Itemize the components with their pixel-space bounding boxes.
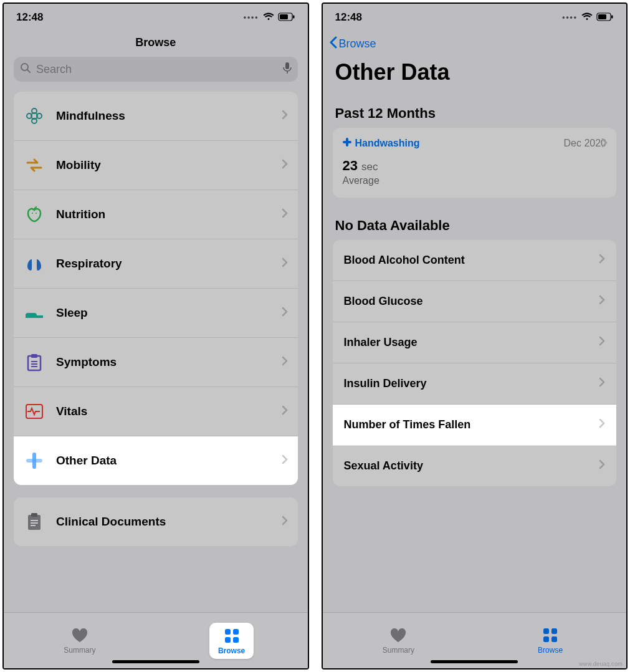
category-vitals[interactable]: Vitals	[14, 387, 298, 436]
svg-rect-1	[280, 14, 288, 19]
handwashing-avg: Average	[343, 175, 607, 186]
item-inhaler[interactable]: Inhaler Usage	[333, 322, 617, 363]
battery-icon	[278, 12, 295, 23]
svg-rect-36	[343, 141, 351, 143]
symptoms-icon	[24, 352, 45, 373]
category-respiratory[interactable]: Respiratory	[14, 239, 298, 289]
search-input[interactable]: Search	[14, 57, 298, 82]
clinical-label: Clinical Documents	[56, 515, 166, 529]
item-label: Insulin Delivery	[344, 377, 427, 390]
status-bar: 12:48 ••••	[4, 4, 308, 31]
item-sexual[interactable]: Sexual Activity	[333, 446, 617, 486]
grid-icon	[541, 627, 560, 643]
other-data-icon	[24, 450, 45, 471]
svg-point-13	[36, 213, 37, 214]
category-label: Respiratory	[56, 257, 122, 271]
status-time: 12:48	[335, 11, 362, 24]
item-label: Blood Glucose	[344, 295, 423, 308]
chevron-right-icon	[599, 418, 605, 431]
chevron-right-icon	[282, 306, 288, 320]
respiratory-icon	[24, 253, 45, 274]
category-label: Symptoms	[56, 355, 117, 369]
svg-point-12	[32, 213, 33, 214]
plus-icon	[343, 138, 351, 149]
nutrition-icon	[24, 204, 45, 225]
vitals-icon	[24, 401, 45, 422]
grid-icon	[222, 628, 241, 644]
tab-label: Summary	[383, 646, 414, 655]
svg-rect-14	[28, 356, 41, 370]
svg-rect-26	[31, 522, 38, 524]
handwashing-card[interactable]: Handwashing Dec 2020 23 sec Average	[333, 128, 617, 198]
chevron-right-icon	[282, 158, 288, 172]
page-title: Other Data	[323, 54, 627, 98]
clinical-list: Clinical Documents	[14, 497, 298, 546]
clinical-documents[interactable]: Clinical Documents	[14, 497, 298, 546]
dots-icon: ••••	[244, 13, 259, 22]
mic-icon[interactable]	[283, 62, 292, 77]
item-label: Blood Alcohol Content	[344, 254, 465, 267]
watermark: www.deuaq.com	[579, 661, 623, 667]
chevron-right-icon	[599, 336, 605, 349]
home-indicator[interactable]	[112, 660, 199, 663]
category-list: Mindfulness Mobility Nutrition Respirato…	[14, 92, 298, 485]
category-mindfulness[interactable]: Mindfulness	[14, 92, 298, 141]
clinical-icon	[24, 511, 45, 532]
chevron-right-icon	[282, 109, 288, 123]
chevron-right-icon	[282, 355, 288, 369]
chevron-right-icon	[601, 138, 608, 150]
category-mobility[interactable]: Mobility	[14, 141, 298, 190]
tab-label: Browse	[218, 646, 245, 655]
item-falls[interactable]: Number of Times Fallen	[333, 405, 617, 446]
svg-rect-34	[611, 15, 613, 18]
chevron-right-icon	[282, 515, 288, 529]
svg-rect-30	[225, 637, 231, 643]
chevron-right-icon	[282, 454, 288, 468]
wifi-icon	[581, 12, 593, 23]
item-insulin[interactable]: Insulin Delivery	[333, 363, 617, 405]
nodata-list: Blood Alcohol Content Blood Glucose Inha…	[333, 240, 617, 486]
category-label: Nutrition	[56, 208, 105, 221]
section-nodata: No Data Available	[323, 210, 627, 240]
category-nutrition[interactable]: Nutrition	[14, 190, 298, 239]
svg-rect-25	[31, 520, 38, 521]
sleep-icon	[24, 302, 45, 324]
svg-line-4	[27, 70, 30, 72]
status-right: ••••	[244, 12, 295, 23]
handwashing-value: 23 sec	[343, 158, 607, 174]
chevron-right-icon	[282, 257, 288, 271]
phone-left: 12:48 •••• Browse Search Mindfulness	[2, 2, 309, 670]
category-label: Vitals	[56, 405, 87, 418]
svg-rect-22	[32, 453, 36, 469]
back-button[interactable]: Browse	[323, 31, 627, 54]
chevron-right-icon	[599, 377, 605, 390]
wifi-icon	[263, 12, 274, 23]
svg-rect-29	[233, 629, 239, 635]
svg-rect-5	[285, 62, 289, 69]
handwashing-header: Handwashing Dec 2020	[343, 138, 607, 149]
item-label: Sexual Activity	[344, 459, 423, 473]
svg-rect-24	[31, 513, 37, 517]
category-sleep[interactable]: Sleep	[14, 289, 298, 338]
section-past: Past 12 Months	[323, 98, 627, 128]
svg-rect-33	[598, 14, 606, 19]
item-glucose[interactable]: Blood Glucose	[333, 281, 617, 322]
svg-rect-38	[551, 628, 557, 634]
search-icon	[20, 62, 31, 77]
status-right: ••••	[562, 12, 614, 23]
status-time: 12:48	[16, 11, 43, 24]
category-other-data[interactable]: Other Data	[14, 436, 298, 485]
item-bac[interactable]: Blood Alcohol Content	[333, 240, 617, 281]
svg-rect-39	[543, 636, 549, 642]
item-label: Number of Times Fallen	[344, 418, 471, 431]
category-symptoms[interactable]: Symptoms	[14, 338, 298, 387]
home-indicator[interactable]	[431, 660, 518, 663]
battery-icon	[596, 12, 614, 23]
back-label: Browse	[339, 37, 376, 50]
dots-icon: ••••	[562, 13, 578, 22]
chevron-right-icon	[599, 295, 605, 308]
svg-rect-28	[225, 629, 231, 635]
svg-rect-2	[293, 15, 295, 18]
nav-title: Browse	[4, 31, 308, 57]
search-placeholder: Search	[36, 63, 72, 76]
